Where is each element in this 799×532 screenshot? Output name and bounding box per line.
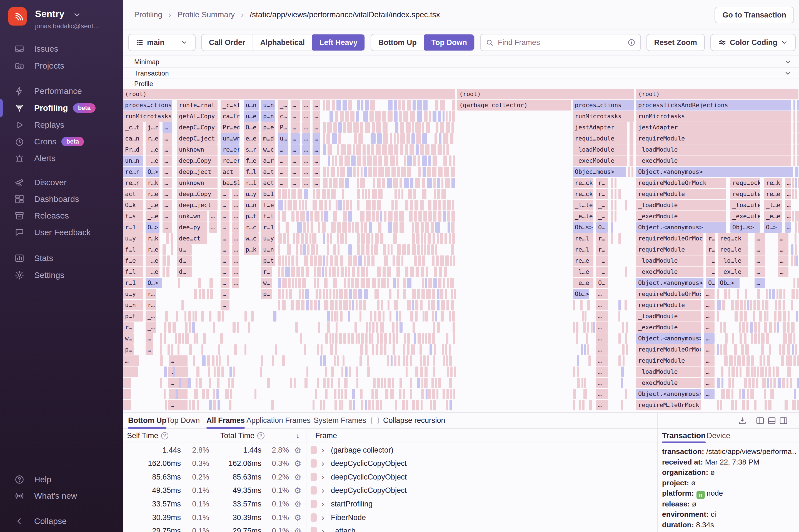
- flame-frame[interactable]: [327, 311, 330, 322]
- flame-frame[interactable]: [295, 322, 298, 332]
- flame-frame[interactable]: [396, 333, 398, 344]
- flame-frame[interactable]: [443, 278, 445, 288]
- flame-frame[interactable]: [383, 122, 388, 133]
- flame-frame[interactable]: [389, 333, 391, 344]
- flame-frame[interactable]: [179, 378, 181, 388]
- flame-frame[interactable]: [353, 145, 355, 155]
- flame-frame[interactable]: …: [278, 155, 288, 166]
- flame-frame[interactable]: [189, 322, 191, 332]
- flame-frame[interactable]: [735, 311, 738, 322]
- flame-frame[interactable]: [326, 100, 330, 111]
- flame-frame[interactable]: [334, 389, 336, 399]
- flame-frame[interactable]: …: [778, 233, 788, 244]
- flame-frame[interactable]: [323, 289, 325, 299]
- flame-frame[interactable]: u…n: [261, 244, 275, 255]
- flame-frame[interactable]: [779, 289, 782, 299]
- flame-frame[interactable]: [774, 322, 776, 332]
- flame-frame[interactable]: [410, 311, 413, 322]
- flame-frame[interactable]: [345, 267, 347, 277]
- flame-frame[interactable]: [416, 233, 420, 244]
- flame-frame[interactable]: [762, 300, 764, 310]
- flame-frame[interactable]: [333, 211, 337, 222]
- flame-frame[interactable]: [577, 356, 579, 366]
- flame-frame[interactable]: [756, 378, 758, 388]
- flame-frame[interactable]: [314, 255, 316, 266]
- flame-frame[interactable]: [618, 333, 621, 344]
- flame-frame[interactable]: [451, 300, 454, 310]
- flame-frame[interactable]: requireModuleOrMock: [636, 178, 726, 188]
- flame-frame[interactable]: [233, 322, 236, 332]
- flame-frame[interactable]: _loadModule: [636, 255, 703, 266]
- sidebar-item-user-feedback[interactable]: User Feedback: [0, 224, 123, 241]
- flame-frame[interactable]: [331, 189, 336, 200]
- panel-bottom-icon[interactable]: [767, 416, 776, 425]
- flame-frame[interactable]: …: [704, 356, 714, 366]
- flame-frame[interactable]: [343, 300, 348, 310]
- flame-frame[interactable]: [310, 211, 313, 222]
- flame-frame[interactable]: [766, 311, 768, 322]
- flame-frame[interactable]: [388, 111, 393, 121]
- table-row[interactable]: 1.44s2.8%1.44s2.8%⚙›(garbage collector): [123, 443, 657, 457]
- flame-frame[interactable]: [354, 133, 357, 144]
- flame-frame[interactable]: [450, 278, 454, 288]
- flame-frame[interactable]: [739, 322, 741, 332]
- flame-frame[interactable]: [409, 211, 412, 222]
- flame-frame[interactable]: _…e: [146, 255, 160, 266]
- flame-frame[interactable]: [415, 267, 419, 277]
- flame-frame[interactable]: _…: [596, 267, 608, 277]
- flame-frame[interactable]: …: [596, 300, 608, 310]
- flame-frame[interactable]: [415, 145, 419, 155]
- flame-frame[interactable]: runMicrotasks: [636, 111, 791, 121]
- flame-frame[interactable]: [210, 289, 213, 299]
- flame-frame[interactable]: [278, 267, 280, 277]
- flame-frame[interactable]: [625, 333, 627, 344]
- flame-frame[interactable]: _execModule: [636, 378, 701, 388]
- flame-frame[interactable]: [740, 366, 742, 377]
- flame-frame[interactable]: [573, 400, 575, 411]
- flame-frame[interactable]: re…r: [123, 178, 143, 188]
- flame-frame[interactable]: _execModule: [636, 211, 726, 222]
- flame-frame[interactable]: [324, 300, 328, 310]
- flame-frame[interactable]: deep…ject: [177, 200, 218, 210]
- flame-frame[interactable]: [630, 122, 633, 133]
- flame-frame[interactable]: [428, 333, 431, 344]
- flame-frame[interactable]: [428, 278, 432, 288]
- flame-frame[interactable]: [357, 233, 360, 244]
- flame-frame[interactable]: [428, 300, 430, 310]
- flame-frame[interactable]: r…: [596, 233, 608, 244]
- flame-frame[interactable]: [322, 189, 326, 200]
- flame-frame[interactable]: p…: [261, 289, 272, 299]
- flame-frame[interactable]: [360, 211, 365, 222]
- flame-frame[interactable]: [319, 289, 321, 299]
- flame-frame[interactable]: [385, 167, 390, 177]
- flame-frame[interactable]: [378, 167, 384, 177]
- flame-frame[interactable]: [230, 389, 232, 399]
- flame-frame[interactable]: …: [704, 366, 714, 377]
- flame-frame[interactable]: [321, 211, 323, 222]
- flame-frame[interactable]: [449, 378, 452, 388]
- flame-frame[interactable]: [449, 233, 451, 244]
- flame-frame[interactable]: [278, 278, 281, 288]
- flame-frame[interactable]: [794, 356, 796, 366]
- flame-frame[interactable]: [302, 278, 306, 288]
- flame-frame[interactable]: [302, 289, 304, 299]
- flame-frame[interactable]: req…le: [718, 244, 748, 255]
- flame-frame[interactable]: [731, 389, 733, 399]
- flame-frame[interactable]: [349, 289, 352, 299]
- flame-frame[interactable]: [341, 400, 343, 411]
- flame-frame[interactable]: [576, 333, 578, 344]
- flame-frame[interactable]: …: [313, 145, 320, 155]
- flame-frame[interactable]: [183, 378, 186, 388]
- flame-frame[interactable]: [292, 255, 294, 266]
- flame-frame[interactable]: [341, 389, 343, 399]
- flame-frame[interactable]: r…: [146, 300, 156, 310]
- flame-frame[interactable]: [405, 267, 408, 277]
- flame-frame[interactable]: _loadModule: [636, 145, 791, 155]
- flame-frame[interactable]: [278, 255, 281, 266]
- flame-frame[interactable]: [330, 111, 333, 121]
- flame-frame[interactable]: [360, 344, 364, 355]
- flame-frame[interactable]: [378, 311, 381, 322]
- flame-frame[interactable]: [175, 389, 178, 399]
- flame-frame[interactable]: [424, 111, 428, 121]
- flame-frame[interactable]: r…: [596, 189, 608, 200]
